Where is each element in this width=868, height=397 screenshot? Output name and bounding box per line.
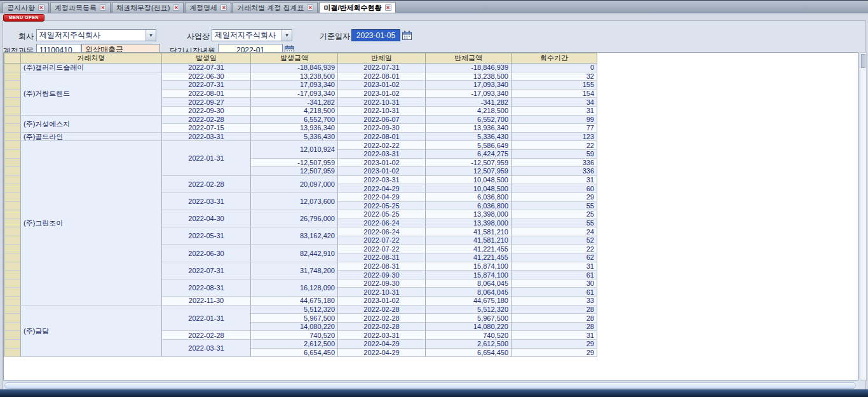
- occurrence-amount-cell[interactable]: 16,128,090: [251, 279, 338, 296]
- settlement-amount-cell[interactable]: 8,064,045: [426, 279, 512, 288]
- settlement-amount-cell[interactable]: 41,581,210: [426, 227, 512, 236]
- settlement-date-cell[interactable]: 2022-04-29: [338, 340, 426, 349]
- occurrence-amount-cell[interactable]: 12,073,600: [251, 192, 338, 210]
- occurrence-date-cell[interactable]: 2022-07-15: [162, 124, 251, 133]
- settlement-amount-cell[interactable]: 5,512,320: [426, 305, 512, 314]
- collection-days-cell[interactable]: 0: [512, 64, 597, 72]
- settlement-date-cell[interactable]: 2022-06-24: [338, 227, 426, 236]
- vertical-scrollbar[interactable]: [860, 52, 867, 380]
- customer-cell[interactable]: (주)골드라인: [21, 132, 162, 141]
- customer-cell[interactable]: (주)거림트렌드: [21, 72, 162, 115]
- occurrence-date-cell[interactable]: 2022-09-27: [162, 98, 251, 107]
- row-selector[interactable]: [4, 167, 21, 176]
- settlement-date-cell[interactable]: 2022-08-31: [338, 262, 426, 271]
- settlement-date-cell[interactable]: 2022-10-31: [338, 106, 426, 115]
- occurrence-date-cell[interactable]: 2022-02-28: [162, 115, 251, 124]
- occurrence-date-cell[interactable]: 2022-07-31: [162, 81, 251, 90]
- row-selector[interactable]: [4, 72, 21, 81]
- occurrence-amount-cell[interactable]: 2,612,500: [251, 340, 338, 349]
- settlement-date-cell[interactable]: 2022-05-25: [338, 201, 426, 210]
- collection-days-cell[interactable]: 31: [512, 175, 597, 184]
- row-selector[interactable]: [4, 288, 21, 297]
- occurrence-date-cell[interactable]: 2022-06-30: [162, 245, 251, 262]
- collection-days-cell[interactable]: 61: [512, 288, 597, 297]
- settlement-date-cell[interactable]: 2023-01-02: [338, 167, 426, 176]
- occurrence-amount-cell[interactable]: 17,093,340: [251, 81, 338, 90]
- settlement-date-cell[interactable]: 2022-09-30: [338, 271, 426, 279]
- collection-days-cell[interactable]: 62: [512, 253, 597, 262]
- occurrence-date-cell[interactable]: 2022-08-01: [162, 89, 251, 98]
- occurrence-date-cell[interactable]: 2022-03-31: [162, 132, 251, 141]
- collection-days-cell[interactable]: 29: [512, 192, 597, 201]
- row-selector[interactable]: [4, 245, 21, 253]
- tab-4[interactable]: 계정명세×: [185, 2, 231, 13]
- tab-2[interactable]: 계정과목등록×: [50, 2, 111, 13]
- settlement-amount-cell[interactable]: 8,064,045: [426, 288, 512, 297]
- customer-cell[interactable]: (주)거성에스지: [21, 115, 162, 132]
- settlement-date-cell[interactable]: 2022-06-07: [338, 115, 426, 124]
- collection-days-cell[interactable]: 52: [512, 236, 597, 245]
- occurrence-amount-cell[interactable]: 6,654,450: [251, 348, 338, 357]
- row-selector[interactable]: [4, 64, 21, 72]
- collection-days-cell[interactable]: 28: [512, 305, 597, 314]
- row-selector[interactable]: [4, 81, 21, 90]
- settlement-amount-cell[interactable]: 6,036,800: [426, 192, 512, 201]
- chevron-down-icon[interactable]: ▼: [281, 30, 292, 41]
- horizontal-scrollbar[interactable]: [3, 382, 858, 389]
- collection-days-cell[interactable]: 28: [512, 314, 597, 323]
- occurrence-amount-cell[interactable]: 82,442,910: [251, 245, 338, 262]
- customer-cell[interactable]: (주)그린조이: [21, 141, 162, 305]
- occurrence-date-cell[interactable]: 2022-02-28: [162, 331, 251, 340]
- settlement-date-cell[interactable]: 2023-01-02: [338, 297, 426, 306]
- row-selector[interactable]: [4, 184, 21, 193]
- settlement-date-cell[interactable]: 2023-01-02: [338, 81, 426, 90]
- row-selector[interactable]: [4, 132, 21, 141]
- occurrence-date-cell[interactable]: 2022-09-30: [162, 106, 251, 115]
- occurrence-date-cell[interactable]: 2022-03-31: [162, 192, 251, 210]
- company-select[interactable]: 제일저지주식회사 ▼: [36, 29, 156, 41]
- collection-days-cell[interactable]: 32: [512, 72, 597, 81]
- settlement-amount-cell[interactable]: -18,846,939: [426, 64, 512, 72]
- collection-days-cell[interactable]: 31: [512, 331, 597, 340]
- settlement-amount-cell[interactable]: 15,874,100: [426, 271, 512, 279]
- occurrence-amount-cell[interactable]: 14,080,220: [251, 322, 338, 331]
- occurrence-amount-cell[interactable]: -18,846,939: [251, 64, 338, 72]
- occurrence-amount-cell[interactable]: 12,507,959: [251, 167, 338, 176]
- occurrence-date-cell[interactable]: 2022-02-28: [162, 175, 251, 192]
- tab-3[interactable]: 채권채무장(전표)×: [112, 2, 184, 13]
- occurrence-amount-cell[interactable]: 13,238,500: [251, 72, 338, 81]
- settlement-amount-cell[interactable]: 13,238,500: [426, 72, 512, 81]
- settlement-amount-cell[interactable]: 6,654,450: [426, 348, 512, 357]
- menu-open-button[interactable]: MENU OPEN: [3, 14, 44, 22]
- settlement-amount-cell[interactable]: 4,218,500: [426, 106, 512, 115]
- occurrence-date-cell[interactable]: 2022-11-30: [162, 297, 251, 306]
- occurrence-amount-cell[interactable]: 5,967,500: [251, 314, 338, 323]
- collection-days-cell[interactable]: 22: [512, 245, 597, 253]
- collection-days-cell[interactable]: 29: [512, 348, 597, 357]
- settlement-date-cell[interactable]: 2022-02-28: [338, 305, 426, 314]
- occurrence-amount-cell[interactable]: 26,796,000: [251, 210, 338, 227]
- column-header-3[interactable]: 발생금액: [251, 53, 338, 64]
- occurrence-date-cell[interactable]: 2022-08-31: [162, 279, 251, 296]
- collection-days-cell[interactable]: 59: [512, 149, 597, 158]
- row-selector[interactable]: [4, 340, 21, 349]
- settlement-date-cell[interactable]: 2022-06-24: [338, 219, 426, 227]
- occurrence-amount-cell[interactable]: 6,552,700: [251, 115, 338, 124]
- settlement-amount-cell[interactable]: 6,552,700: [426, 115, 512, 124]
- collection-days-cell[interactable]: 336: [512, 158, 597, 167]
- tab-1[interactable]: 공지사항×: [3, 2, 49, 13]
- settlement-date-cell[interactable]: 2022-02-28: [338, 322, 426, 331]
- row-selector[interactable]: [4, 89, 21, 98]
- row-selector[interactable]: [4, 210, 21, 219]
- row-selector[interactable]: [4, 124, 21, 133]
- occurrence-amount-cell[interactable]: 4,218,500: [251, 106, 338, 115]
- collection-days-cell[interactable]: 34: [512, 98, 597, 107]
- collection-days-cell[interactable]: 155: [512, 81, 597, 90]
- row-selector[interactable]: [4, 271, 21, 279]
- tab-close-icon[interactable]: ×: [307, 4, 313, 11]
- row-selector[interactable]: [4, 141, 21, 150]
- calendar-icon[interactable]: [402, 30, 412, 40]
- occurrence-date-cell[interactable]: 2022-07-31: [162, 64, 251, 72]
- collection-days-cell[interactable]: 55: [512, 219, 597, 227]
- settlement-date-cell[interactable]: 2022-07-22: [338, 245, 426, 253]
